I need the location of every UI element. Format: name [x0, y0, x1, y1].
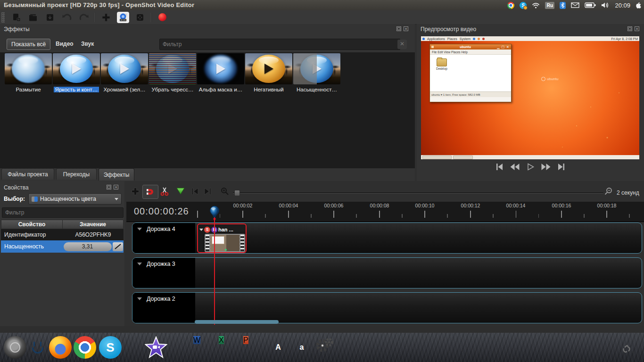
chevron-down-icon[interactable]: [137, 297, 142, 300]
bluetooth-icon[interactable]: [560, 2, 566, 9]
show-all-button[interactable]: Показать всё: [7, 39, 50, 50]
video-filter-button[interactable]: Видео: [56, 41, 74, 47]
chrome-tray-icon[interactable]: [507, 2, 514, 9]
powerpoint-icon[interactable]: P: [243, 336, 266, 359]
import-files-icon[interactable]: [100, 12, 112, 23]
save-project-icon[interactable]: [44, 12, 56, 23]
property-cell-selected[interactable]: Насыщенность: [1, 240, 63, 253]
fast-forward-button[interactable]: [540, 162, 552, 172]
video-desktop-taskbar: [421, 155, 639, 159]
amazon-icon[interactable]: a: [290, 336, 313, 359]
float-panel-icon[interactable]: [627, 26, 632, 31]
effect-selector-dropdown[interactable]: Насыщенность цвета: [28, 193, 122, 205]
wifi-icon[interactable]: [532, 2, 540, 8]
effect-item-deinterlace[interactable]: Убрать чересс…: [149, 53, 196, 92]
audio-filter-button[interactable]: Звук: [81, 41, 94, 47]
excel-icon[interactable]: X: [219, 336, 241, 359]
clock[interactable]: 20:09: [615, 2, 630, 9]
tab-effects[interactable]: Эффекты: [99, 168, 134, 181]
property-cell[interactable]: Идентификатор: [1, 229, 63, 240]
ruler-tick-label: 00:00:08: [363, 203, 396, 208]
chrome-icon[interactable]: [74, 336, 96, 359]
clip-label: han ...: [218, 227, 233, 232]
toolbar-grip[interactable]: [1, 12, 5, 23]
apple-icon[interactable]: [636, 2, 641, 8]
timeline-horizontal-scrollbar[interactable]: [195, 320, 279, 324]
system-settings-icon[interactable]: [315, 336, 338, 359]
previous-marker-icon[interactable]: [189, 185, 201, 197]
next-marker-icon[interactable]: [202, 185, 214, 197]
effects-filter-input[interactable]: [159, 39, 400, 50]
mail-icon[interactable]: [571, 2, 579, 8]
open-project-icon[interactable]: [27, 12, 39, 23]
volume-icon[interactable]: [601, 2, 610, 8]
movie-badge: MOVIE: [120, 19, 126, 21]
record-icon[interactable]: [156, 12, 168, 23]
preview-video-frame[interactable]: Applications Places System Fri Apr 8, 2:…: [421, 36, 639, 159]
column-header-property[interactable]: Свойство: [1, 220, 63, 229]
chevron-down-icon[interactable]: [137, 263, 142, 265]
app-store-icon[interactable]: A: [267, 336, 289, 359]
timeline-clip-selected[interactable]: S B han ...: [197, 223, 247, 253]
clear-filter-icon[interactable]: ✕: [397, 40, 407, 49]
timeline-ruler[interactable]: 00:00:00:26 00:00:02 00:00:04 00:00:06 0…: [126, 202, 644, 222]
firefox-icon[interactable]: [49, 336, 72, 359]
fullscreen-icon[interactable]: [134, 12, 146, 23]
tab-project-files[interactable]: Файлы проекта: [1, 168, 54, 180]
new-project-icon[interactable]: [10, 12, 22, 23]
value-cell[interactable]: A56O2PFHK9: [63, 229, 124, 240]
effect-item-negative[interactable]: Негативный: [245, 53, 292, 92]
zoom-out-icon[interactable]: [603, 185, 615, 197]
snapping-magnet-icon[interactable]: [142, 185, 158, 199]
skype-tray-icon[interactable]: S: [520, 2, 527, 9]
close-panel-icon[interactable]: ✕: [635, 26, 639, 31]
properties-filter-input[interactable]: [2, 207, 124, 218]
ruler-minor-ticks: [220, 214, 644, 218]
razor-scissors-icon[interactable]: [158, 185, 171, 197]
keyframe-button[interactable]: [113, 242, 123, 251]
rewind-button[interactable]: [509, 162, 520, 172]
trash-icon[interactable]: [616, 336, 638, 359]
effect-item-chromakey[interactable]: Хромакей (зел…: [101, 53, 148, 92]
jump-end-button[interactable]: [556, 162, 567, 172]
close-panel-icon[interactable]: ✕: [404, 26, 408, 31]
keyboard-layout-indicator[interactable]: Ru: [545, 2, 554, 9]
ubuntu-launcher-icon[interactable]: [4, 336, 26, 359]
skype-icon[interactable]: S: [99, 336, 122, 359]
ruler-tick-label: 00:00:10: [409, 203, 441, 208]
battery-icon[interactable]: [585, 2, 596, 8]
undo-icon[interactable]: [61, 12, 73, 23]
column-header-value[interactable]: Значение: [62, 220, 124, 229]
effect-item-brightness[interactable]: Яркость и конт…: [53, 53, 100, 92]
value-cell-selected[interactable]: 3,31: [63, 240, 124, 253]
track-3[interactable]: Дорожка 3: [132, 257, 642, 288]
add-track-icon[interactable]: [129, 185, 141, 197]
effect-badge-s[interactable]: S: [204, 227, 210, 233]
float-panel-icon[interactable]: [396, 26, 401, 31]
chevron-down-icon[interactable]: [199, 229, 203, 231]
panel-tabs: Файлы проекта Переходы Эффекты: [0, 168, 415, 181]
value-pill[interactable]: 3,31: [64, 242, 112, 251]
effect-item-alpha-mask[interactable]: Альфа маска и…: [197, 53, 244, 92]
redo-icon[interactable]: [78, 12, 90, 23]
track-2[interactable]: Дорожка 2: [132, 292, 642, 323]
eagle-browser-icon[interactable]: [169, 336, 191, 359]
ruler-tick-label: 00:00:02: [227, 203, 259, 208]
effect-item-blur[interactable]: Размытие: [5, 53, 52, 92]
float-panel-icon[interactable]: [107, 185, 111, 189]
add-marker-icon[interactable]: [174, 185, 187, 197]
jump-start-button[interactable]: [494, 162, 505, 172]
zoom-slider-handle[interactable]: [234, 190, 240, 196]
tab-transitions[interactable]: Переходы: [56, 168, 97, 180]
export-video-icon[interactable]: MOVIE: [117, 12, 129, 23]
effect-thumbnail: [293, 53, 340, 84]
play-button[interactable]: [525, 162, 536, 172]
word-icon[interactable]: W: [193, 336, 216, 359]
zoom-slider[interactable]: [233, 192, 603, 193]
chevron-down-icon[interactable]: [137, 228, 142, 230]
zoom-in-icon[interactable]: [219, 185, 231, 197]
close-panel-icon[interactable]: ✕: [114, 185, 118, 189]
playhead-line[interactable]: [214, 217, 215, 325]
imovie-star-icon[interactable]: [145, 336, 167, 359]
effect-item-saturation[interactable]: Насыщенност…: [293, 53, 340, 92]
